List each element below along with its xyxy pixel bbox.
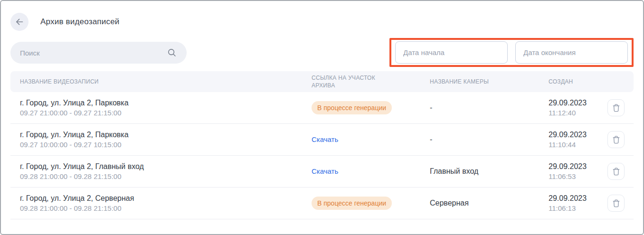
search-icon xyxy=(167,47,177,58)
table-header: НАЗВАНИЕ ВИДЕОЗАПИСИ ССЫЛКА НА УЧАСТОК А… xyxy=(10,71,634,92)
search-box[interactable] xyxy=(10,42,187,64)
recording-name: г. Город, ул. Улица 2, Серверная xyxy=(20,194,312,203)
created-date: 29.09.2023 xyxy=(549,162,607,171)
recording-period: 09.27 10:00:00 - 09.27 10:15:00 xyxy=(20,141,312,149)
download-link[interactable]: Скачать xyxy=(312,167,338,175)
archive-table: НАЗВАНИЕ ВИДЕОЗАПИСИ ССЫЛКА НА УЧАСТОК А… xyxy=(10,71,634,219)
recording-name: г. Город, ул. Улица 2, Главный вход xyxy=(20,162,312,171)
camera-name: Серверная xyxy=(430,199,549,207)
trash-icon xyxy=(612,103,620,113)
created-date: 29.09.2023 xyxy=(549,99,607,107)
top-bar: Архив видеозаписей xyxy=(10,13,634,31)
created-time: 11:06:13 xyxy=(549,204,607,212)
status-badge: В процессе генерации xyxy=(312,101,392,115)
delete-button[interactable] xyxy=(607,99,625,116)
delete-button[interactable] xyxy=(607,195,625,212)
search-input[interactable] xyxy=(20,49,167,57)
recording-name-cell: г. Город, ул. Улица 2, Серверная 09.28 2… xyxy=(20,194,312,212)
created-time: 11:10:44 xyxy=(549,141,607,149)
delete-button[interactable] xyxy=(607,131,625,148)
column-header-name: НАЗВАНИЕ ВИДЕОЗАПИСИ xyxy=(20,78,312,85)
created-cell: 29.09.2023 11:10:44 xyxy=(549,131,607,149)
date-end-input[interactable] xyxy=(515,41,628,64)
created-date: 29.09.2023 xyxy=(549,131,607,139)
created-cell: 29.09.2023 11:12:40 xyxy=(549,99,607,117)
recording-name: г. Город, ул. Улица 2, Парковка xyxy=(20,99,312,107)
created-time: 11:06:53 xyxy=(549,172,607,180)
recording-period: 09.28 21:00:00 - 09.28 21:15:00 xyxy=(20,204,312,212)
trash-icon xyxy=(612,167,620,176)
date-start-input[interactable] xyxy=(395,41,508,64)
download-link[interactable]: Скачать xyxy=(312,135,338,143)
status-badge: В процессе генерации xyxy=(312,197,392,210)
column-header-created: СОЗДАН xyxy=(549,78,607,85)
recording-name-cell: г. Город, ул. Улица 2, Парковка 09.27 21… xyxy=(20,99,312,117)
column-header-link: ССЫЛКА НА УЧАСТОК АРХИВА xyxy=(312,74,395,89)
annotation-highlight xyxy=(389,38,634,67)
archive-link-cell: В процессе генерации В процессе генераци… xyxy=(312,101,392,115)
recording-name: г. Город, ул. Улица 2, Парковка xyxy=(20,131,312,139)
archive-link-cell: Скачать Скачать xyxy=(312,167,338,176)
back-button[interactable] xyxy=(10,13,28,31)
trash-icon xyxy=(612,135,620,144)
delete-button[interactable] xyxy=(607,163,625,180)
table-row: г. Город, ул. Улица 2, Парковка 09.27 10… xyxy=(10,124,634,156)
archive-window: Архив видеозаписей НАЗВАНИЕ ВИДЕОЗАПИСИ … xyxy=(0,0,644,235)
arrow-left-icon xyxy=(14,17,25,27)
recording-name-cell: г. Город, ул. Улица 2, Главный вход 09.2… xyxy=(20,162,312,180)
recording-period: 09.27 21:00:00 - 09.27 21:15:00 xyxy=(20,109,312,117)
archive-link-cell: В процессе генерации В процессе генераци… xyxy=(312,197,392,210)
created-date: 29.09.2023 xyxy=(549,194,607,203)
camera-name: Главный вход xyxy=(430,167,549,176)
created-time: 11:12:40 xyxy=(549,109,607,117)
recording-period: 09.28 21:00:00 - 09.28 21:15:00 xyxy=(20,172,312,180)
created-cell: 29.09.2023 11:06:53 xyxy=(549,162,607,180)
recording-name-cell: г. Город, ул. Улица 2, Парковка 09.27 10… xyxy=(20,131,312,149)
camera-name: - xyxy=(430,135,549,144)
trash-icon xyxy=(612,199,620,208)
toolbar xyxy=(10,38,634,67)
table-row: г. Город, ул. Улица 2, Серверная 09.28 2… xyxy=(10,188,634,219)
created-cell: 29.09.2023 11:06:13 xyxy=(549,194,607,212)
column-header-camera: НАЗВАНИЕ КАМЕРЫ xyxy=(430,78,549,85)
table-row: г. Город, ул. Улица 2, Главный вход 09.2… xyxy=(10,156,634,188)
page-title: Архив видеозаписей xyxy=(40,17,120,27)
table-body: г. Город, ул. Улица 2, Парковка 09.27 21… xyxy=(10,92,634,219)
camera-name: - xyxy=(430,103,549,112)
table-row: г. Город, ул. Улица 2, Парковка 09.27 21… xyxy=(10,92,634,124)
archive-link-cell: Скачать Скачать xyxy=(312,135,338,144)
